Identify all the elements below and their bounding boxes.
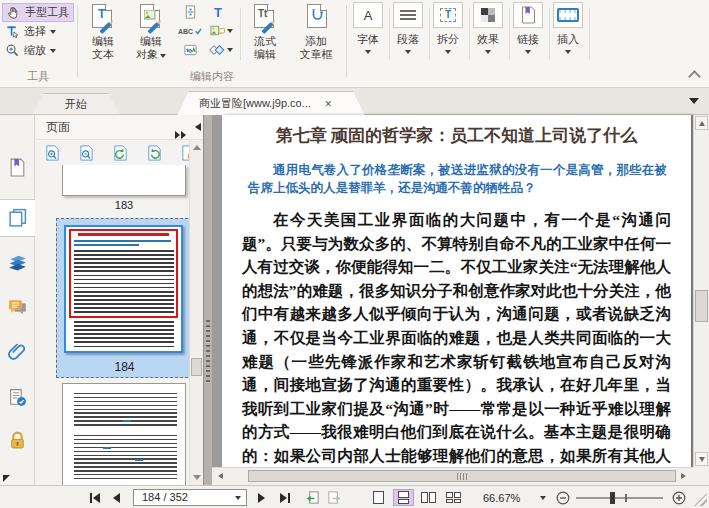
font-icon: A [353, 2, 383, 28]
document-view: 第七章 顽固的哲学家：员工不知道上司说了什么 通用电气卷入了价格垄断案，被送进监… [212, 115, 709, 485]
zoom-out-button[interactable] [556, 486, 570, 508]
previous-view-button[interactable] [305, 486, 320, 508]
security-panel-button[interactable] [7, 430, 28, 451]
reflow-edit-button[interactable]: Tt 流式 编辑 [244, 2, 286, 61]
zoom-in-button[interactable] [672, 486, 686, 508]
zoom-level-display[interactable]: 66.67% [483, 486, 520, 508]
hand-tool-button[interactable]: 手型工具 [2, 3, 74, 22]
select-tool-button[interactable]: 选择 [2, 22, 74, 41]
split-text-button[interactable] [178, 3, 202, 21]
last-page-button[interactable] [280, 486, 290, 508]
scroll-left-button[interactable] [214, 470, 228, 483]
add-image-annotation-button[interactable] [206, 22, 236, 40]
collapse-panel-button[interactable] [195, 123, 201, 131]
next-view-button[interactable] [327, 486, 342, 508]
close-tab-button[interactable]: × [325, 97, 332, 111]
spell-check-button[interactable]: ABC [178, 22, 202, 40]
vertical-scroll-thumb[interactable] [695, 290, 708, 322]
chapter-title: 第七章 顽固的哲学家：员工不知道上司说了什么 [232, 124, 681, 147]
lock-icon [7, 430, 28, 451]
text-tool-glyph: T [214, 5, 222, 20]
link-caret [525, 50, 531, 54]
thumbnail-page-185[interactable] [62, 383, 186, 485]
foxit-reader-window: 手型工具 选择 缩放 工具 T 编辑 文本 [0, 0, 709, 508]
paragraph-caret [405, 50, 411, 54]
continuous-facing-view-button[interactable] [443, 489, 464, 506]
comments-panel-button[interactable] [7, 297, 28, 318]
splitter-grip[interactable] [206, 320, 210, 382]
thumbnail-page-183[interactable] [62, 165, 186, 196]
scroll-up-button[interactable] [695, 116, 708, 130]
add-article-box-button[interactable]: 添加 文章框 [290, 2, 342, 61]
pages-panel-button[interactable] [7, 207, 28, 228]
zoom-slider-track[interactable] [576, 497, 663, 499]
panel-scroll-up-arrow[interactable] [193, 145, 201, 150]
panel-scrollbar[interactable] [189, 140, 203, 485]
panel-splitter[interactable] [203, 115, 212, 485]
main-area: 页面 183 184 [0, 115, 709, 485]
add-shapes-button[interactable] [206, 41, 236, 59]
edit-object-label2: 对象 [128, 48, 174, 61]
zoom-out-icon [556, 491, 570, 505]
abc-glyph: ABC [178, 28, 193, 35]
signatures-panel-button[interactable] [7, 387, 28, 408]
first-page-button[interactable] [90, 486, 100, 508]
paperclip-icon [7, 342, 28, 363]
scrollbar-corner [693, 467, 709, 485]
panel-scroll-thumb[interactable] [191, 358, 202, 376]
previous-page-button[interactable] [113, 486, 120, 508]
collapse-ribbon-button[interactable] [688, 70, 701, 83]
link-button[interactable]: 链接 [510, 2, 546, 54]
attachments-panel-button[interactable] [7, 342, 28, 363]
thumbnail-page-184-image [64, 225, 183, 353]
zoom-tool-button[interactable]: 缩放 [2, 41, 74, 60]
rotate-right-button[interactable] [146, 144, 163, 162]
join-split-text-button[interactable] [178, 41, 202, 59]
zoom-dropdown-caret [50, 49, 56, 53]
tab-document-active[interactable]: 商业冒险[www.j9p.co... × [177, 91, 365, 116]
panel-scroll-down-arrow[interactable] [193, 475, 201, 480]
add-text-button[interactable]: T [206, 3, 230, 21]
hand-tool-label: 手型工具 [25, 5, 69, 20]
tab-list-dropdown[interactable] [689, 98, 699, 104]
effect-button[interactable]: 效果 [470, 2, 506, 54]
edit-group-label: 编辑内容 [82, 69, 342, 84]
select-tool-label: 选择 [24, 24, 46, 39]
reduce-thumbnails-button[interactable] [78, 144, 95, 162]
effect-caret [485, 50, 491, 54]
tab-start-page[interactable]: 开始 [32, 93, 120, 115]
page-number-input[interactable]: 184 / 352 [133, 489, 247, 506]
font-caret [365, 50, 371, 54]
horizontal-scrollbar[interactable] [212, 467, 693, 485]
scroll-down-button[interactable] [695, 452, 708, 466]
bookmark-icon [7, 157, 28, 178]
pages-panel: 页面 183 184 [36, 115, 203, 485]
vertical-scrollbar[interactable] [693, 115, 709, 467]
split-button[interactable]: T 拆分 [430, 2, 466, 54]
next-page-button[interactable] [258, 486, 265, 508]
horizontal-scroll-thumb[interactable] [248, 470, 676, 482]
font-button[interactable]: A 字体 [350, 2, 386, 54]
zoom-icon [5, 43, 20, 58]
bookmarks-panel-button[interactable] [7, 157, 28, 178]
window-resize-grip[interactable] [694, 493, 707, 506]
comments-icon [7, 297, 28, 318]
paragraph-button[interactable]: 段落 [390, 2, 426, 54]
thumbnail-page-184-selected[interactable]: 184 [56, 218, 193, 378]
pdf-page[interactable]: 第七章 顽固的哲学家：员工不知道上司说了什么 通用电气卷入了价格垄断案，被送进监… [222, 115, 691, 467]
paragraph-icon [393, 2, 423, 28]
facing-view-button[interactable] [418, 489, 439, 506]
enlarge-thumbnails-button[interactable] [44, 144, 61, 162]
continuous-view-button[interactable] [393, 489, 414, 506]
edit-object-button[interactable]: 编辑 对象 [128, 2, 174, 61]
zoom-dropdown-button[interactable] [540, 486, 546, 508]
zoom-slider-handle[interactable] [610, 492, 615, 504]
edit-text-button[interactable]: T 编辑 文本 [82, 2, 124, 61]
scroll-right-button[interactable] [677, 470, 691, 483]
insert-button[interactable]: 插入 [550, 2, 586, 54]
tools-group-label: 工具 [0, 69, 76, 84]
layers-panel-button[interactable] [7, 252, 28, 273]
panel-corner-handle[interactable] [3, 475, 10, 482]
single-page-view-button[interactable] [368, 489, 389, 506]
rotate-left-button[interactable] [112, 144, 129, 162]
